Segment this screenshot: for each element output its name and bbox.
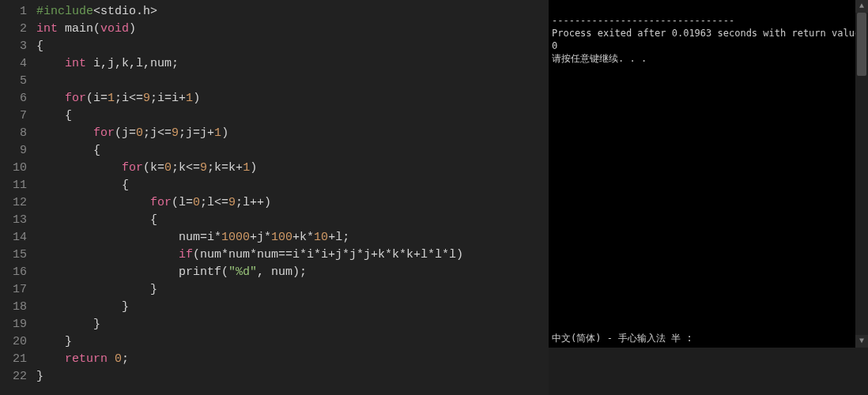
line-number: 14 <box>0 229 27 246</box>
line-number: 15 <box>0 246 27 264</box>
line-number: 4 <box>0 55 27 73</box>
code-line[interactable]: for(k=0;k<=9;k=k+1) <box>36 160 549 177</box>
code-line[interactable]: { <box>36 107 549 125</box>
code-line[interactable]: { <box>36 38 549 55</box>
code-line[interactable]: { <box>36 142 549 160</box>
line-number: 1 <box>0 3 27 21</box>
code-area[interactable]: #include<stdio.h>int main(void){ int i,j… <box>32 0 549 395</box>
line-number: 5 <box>0 73 27 90</box>
console-exit-message: Process exited after 0.01963 seconds wit… <box>552 27 865 52</box>
code-line[interactable]: { <box>36 212 549 229</box>
code-line[interactable]: for(i=1;i<=9;i=i+1) <box>36 90 549 107</box>
code-line[interactable]: { <box>36 177 549 194</box>
line-number: 16 <box>0 264 27 281</box>
code-line[interactable]: for(j=0;j<=9;j=j+1) <box>36 125 549 142</box>
code-line[interactable]: } <box>36 281 549 299</box>
code-editor-pane[interactable]: 12345678910111213141516171819202122 #inc… <box>0 0 549 395</box>
line-number: 9 <box>0 142 27 160</box>
line-number: 19 <box>0 316 27 333</box>
console-output-pane: -------------------------------- Process… <box>549 0 868 348</box>
console-separator: -------------------------------- <box>552 14 865 27</box>
scrollbar-arrow-up-icon[interactable]: ▲ <box>855 0 868 13</box>
line-number: 3 <box>0 38 27 55</box>
console-vertical-scrollbar[interactable]: ▲ ▼ <box>855 0 868 348</box>
scrollbar-thumb[interactable] <box>857 13 866 76</box>
code-line[interactable]: int main(void) <box>36 21 549 38</box>
code-line[interactable]: int i,j,k,l,num; <box>36 55 549 73</box>
line-number: 7 <box>0 107 27 125</box>
code-line[interactable]: } <box>36 299 549 316</box>
line-number: 8 <box>0 125 27 142</box>
console-continue-prompt: 请按任意键继续. . . <box>552 52 865 65</box>
code-line[interactable]: return 0; <box>36 351 549 368</box>
scrollbar-arrow-down-icon[interactable]: ▼ <box>855 335 868 348</box>
ime-status-bar: 中文(简体) - 手心输入法 半 : <box>549 330 868 347</box>
code-line[interactable]: num=i*1000+j*100+k*10+l; <box>36 229 549 246</box>
line-number: 22 <box>0 368 27 386</box>
line-number: 10 <box>0 160 27 177</box>
code-line[interactable]: printf("%d", num); <box>36 264 549 281</box>
code-line[interactable]: for(l=0;l<=9;l++) <box>36 194 549 212</box>
line-number: 21 <box>0 351 27 368</box>
code-line[interactable]: } <box>36 333 549 351</box>
line-number: 11 <box>0 177 27 194</box>
code-line[interactable]: } <box>36 316 549 333</box>
line-number: 6 <box>0 90 27 107</box>
line-number: 17 <box>0 281 27 299</box>
code-line[interactable]: #include<stdio.h> <box>36 3 549 21</box>
line-number: 12 <box>0 194 27 212</box>
code-line[interactable] <box>36 73 549 90</box>
line-number-gutter: 12345678910111213141516171819202122 <box>0 0 32 395</box>
line-number: 20 <box>0 333 27 351</box>
line-number: 18 <box>0 299 27 316</box>
line-number: 2 <box>0 21 27 38</box>
line-number: 13 <box>0 212 27 229</box>
console-blank-line <box>552 2 865 14</box>
code-line[interactable]: } <box>36 368 549 386</box>
code-line[interactable]: if(num*num*num==i*i*i+j*j*j+k*k*k+l*l*l) <box>36 246 549 264</box>
